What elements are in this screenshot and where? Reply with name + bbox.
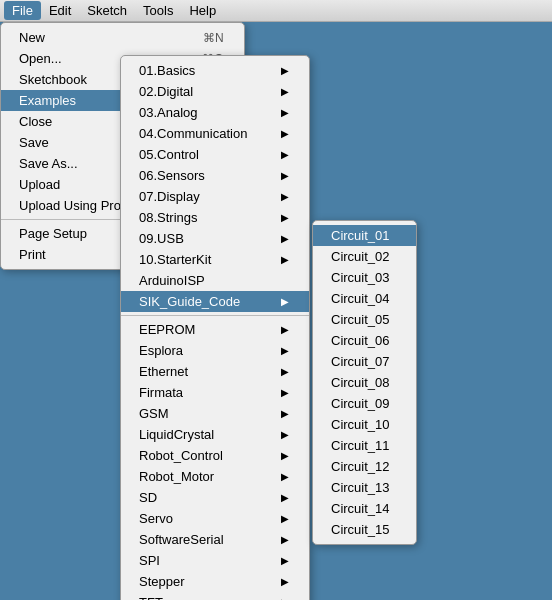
comm-arrow-icon: ▶ [281,128,289,139]
menu-item-circuit-05[interactable]: Circuit_05 [313,309,416,330]
menu-item-07display-label: 07.Display [139,189,200,204]
menu-item-spi-label: SPI [139,553,160,568]
menu-item-04comm-label: 04.Communication [139,126,247,141]
menu-item-sd-label: SD [139,490,157,505]
menu-edit[interactable]: Edit [41,1,79,20]
menu-item-circuit-03[interactable]: Circuit_03 [313,267,416,288]
menu-item-08strings[interactable]: 08.Strings ▶ [121,207,309,228]
menu-item-09usb[interactable]: 09.USB ▶ [121,228,309,249]
menu-item-tft[interactable]: TFT ▶ [121,592,309,600]
menu-item-spi[interactable]: SPI ▶ [121,550,309,571]
menu-item-esplora[interactable]: Esplora ▶ [121,340,309,361]
menu-item-circuit-06[interactable]: Circuit_06 [313,330,416,351]
menu-item-01basics-label: 01.Basics [139,63,195,78]
menu-item-04comm[interactable]: 04.Communication ▶ [121,123,309,144]
menu-item-circuit-02[interactable]: Circuit_02 [313,246,416,267]
menu-item-open-label: Open... [19,51,62,66]
menu-item-circuit-08[interactable]: Circuit_08 [313,372,416,393]
menu-item-gsm[interactable]: GSM ▶ [121,403,309,424]
menu-item-07display[interactable]: 07.Display ▶ [121,186,309,207]
menu-item-robotcontrol[interactable]: Robot_Control ▶ [121,445,309,466]
menu-item-ethernet[interactable]: Ethernet ▶ [121,361,309,382]
menu-item-sik[interactable]: SIK_Guide_Code ▶ [121,291,309,312]
menu-sketch[interactable]: Sketch [79,1,135,20]
menu-item-liquidcrystal-label: LiquidCrystal [139,427,214,442]
menu-item-servo[interactable]: Servo ▶ [121,508,309,529]
basics-arrow-icon: ▶ [281,65,289,76]
menu-item-stepper[interactable]: Stepper ▶ [121,571,309,592]
menu-item-liquidcrystal[interactable]: LiquidCrystal ▶ [121,424,309,445]
menu-item-08strings-label: 08.Strings [139,210,198,225]
analog-arrow-icon: ▶ [281,107,289,118]
menu-item-02digital-label: 02.Digital [139,84,193,99]
robotmotor-arrow-icon: ▶ [281,471,289,482]
usb-arrow-icon: ▶ [281,233,289,244]
menu-item-servo-label: Servo [139,511,173,526]
menu-help[interactable]: Help [181,1,224,20]
menu-item-circuit-10[interactable]: Circuit_10 [313,414,416,435]
menu-item-firmata[interactable]: Firmata ▶ [121,382,309,403]
sik-arrow-icon: ▶ [281,296,289,307]
menu-item-10starterkit-label: 10.StarterKit [139,252,211,267]
menu-item-circuit-07[interactable]: Circuit_07 [313,351,416,372]
sd-arrow-icon: ▶ [281,492,289,503]
menu-item-new-shortcut: ⌘N [203,31,224,45]
menu-item-robotmotor-label: Robot_Motor [139,469,214,484]
menu-item-02digital[interactable]: 02.Digital ▶ [121,81,309,102]
menu-item-esplora-label: Esplora [139,343,183,358]
control-arrow-icon: ▶ [281,149,289,160]
menu-item-new[interactable]: New ⌘N [1,27,244,48]
stepper-arrow-icon: ▶ [281,576,289,587]
esplora-arrow-icon: ▶ [281,345,289,356]
menu-item-eeprom-label: EEPROM [139,322,195,337]
strings-arrow-icon: ▶ [281,212,289,223]
menu-item-sketchbook-label: Sketchbook [19,72,87,87]
menu-item-stepper-label: Stepper [139,574,185,589]
menu-item-examples-label: Examples [19,93,76,108]
menu-item-06sensors-label: 06.Sensors [139,168,205,183]
ethernet-arrow-icon: ▶ [281,366,289,377]
menu-item-09usb-label: 09.USB [139,231,184,246]
menu-item-robotmotor[interactable]: Robot_Motor ▶ [121,466,309,487]
menu-item-gsm-label: GSM [139,406,169,421]
digital-arrow-icon: ▶ [281,86,289,97]
circuits-menu-dropdown: Circuit_01Circuit_02Circuit_03Circuit_04… [312,220,417,545]
menu-item-03analog[interactable]: 03.Analog ▶ [121,102,309,123]
menu-item-softwareserial[interactable]: SoftwareSerial ▶ [121,529,309,550]
menu-item-circuit-15[interactable]: Circuit_15 [313,519,416,540]
examples-menu-dropdown: 01.Basics ▶ 02.Digital ▶ 03.Analog ▶ 04.… [120,55,310,600]
menu-item-ethernet-label: Ethernet [139,364,188,379]
menu-item-01basics[interactable]: 01.Basics ▶ [121,60,309,81]
menu-item-sik-label: SIK_Guide_Code [139,294,240,309]
gsm-arrow-icon: ▶ [281,408,289,419]
menu-item-circuit-04[interactable]: Circuit_04 [313,288,416,309]
menu-item-pagesetup-label: Page Setup [19,226,87,241]
eeprom-arrow-icon: ▶ [281,324,289,335]
menu-item-eeprom[interactable]: EEPROM ▶ [121,319,309,340]
menu-item-05control-label: 05.Control [139,147,199,162]
firmata-arrow-icon: ▶ [281,387,289,398]
menu-item-circuit-13[interactable]: Circuit_13 [313,477,416,498]
menu-item-circuit-14[interactable]: Circuit_14 [313,498,416,519]
menu-item-arduinoisp[interactable]: ArduinoISP [121,270,309,291]
menu-tools[interactable]: Tools [135,1,181,20]
menu-item-circuit-12[interactable]: Circuit_12 [313,456,416,477]
menu-item-05control[interactable]: 05.Control ▶ [121,144,309,165]
menu-file[interactable]: File [4,1,41,20]
display-arrow-icon: ▶ [281,191,289,202]
menu-item-circuit-11[interactable]: Circuit_11 [313,435,416,456]
menu-item-sd[interactable]: SD ▶ [121,487,309,508]
menu-item-06sensors[interactable]: 06.Sensors ▶ [121,165,309,186]
menu-item-circuit-09[interactable]: Circuit_09 [313,393,416,414]
menu-item-10starterkit[interactable]: 10.StarterKit ▶ [121,249,309,270]
softwareserial-arrow-icon: ▶ [281,534,289,545]
servo-arrow-icon: ▶ [281,513,289,524]
menu-item-softwareserial-label: SoftwareSerial [139,532,224,547]
menu-item-03analog-label: 03.Analog [139,105,198,120]
menu-item-circuit-01[interactable]: Circuit_01 [313,225,416,246]
starterkit-arrow-icon: ▶ [281,254,289,265]
menu-item-upload-label: Upload [19,177,60,192]
menu-item-tft-label: TFT [139,595,163,600]
sensors-arrow-icon: ▶ [281,170,289,181]
menu-item-print-label: Print [19,247,46,262]
